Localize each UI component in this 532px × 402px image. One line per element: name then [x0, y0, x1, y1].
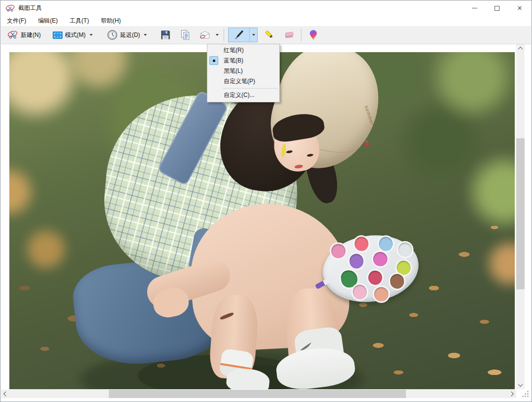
chevron-up-icon: [518, 47, 523, 52]
mode-label: 模式(M): [65, 31, 86, 39]
paint-pot: [331, 243, 346, 259]
title-bar: 截图工具 ✕: [1, 1, 531, 15]
mode-selection-icon: [53, 31, 63, 39]
highlighter-button[interactable]: [261, 27, 278, 43]
chevron-down-icon: [518, 382, 523, 387]
paint-pot: [378, 236, 394, 252]
delay-label: 延迟(D): [120, 31, 140, 39]
new-snip-label: 新建(N): [21, 31, 41, 39]
minimize-button[interactable]: [463, 1, 486, 15]
new-snip-scissors-icon: [7, 30, 18, 40]
scroll-left-button[interactable]: [1, 390, 9, 398]
pen-dropdown-arrow-icon: [252, 34, 255, 36]
selected-radio-icon: [209, 56, 218, 65]
save-button[interactable]: [157, 27, 174, 43]
close-button[interactable]: ✕: [508, 1, 531, 15]
menu-item-label: 黑笔(L): [224, 67, 243, 75]
menu-item-blue-pen[interactable]: 蓝笔(B): [207, 56, 279, 66]
menu-bar: 文件(F) 编辑(E) 工具(T) 帮助(H): [1, 15, 531, 26]
mode-button[interactable]: 模式(M): [49, 29, 98, 42]
chevron-left-icon: [3, 392, 8, 397]
paint-pot: [367, 270, 383, 286]
menu-separator: [223, 88, 278, 89]
save-floppy-icon: [160, 30, 171, 40]
pen-icon: [233, 30, 244, 40]
menu-item-custom-pen[interactable]: 自定义笔(P): [207, 76, 279, 87]
delay-button[interactable]: 延迟(D): [103, 27, 152, 43]
horizontal-scrollbar[interactable]: [1, 390, 516, 398]
email-button[interactable]: [196, 27, 214, 43]
paint-pot: [372, 251, 388, 268]
email-envelope-icon: [200, 30, 210, 40]
delay-dropdown-arrow-icon: [144, 34, 147, 36]
menu-item-black-pen[interactable]: 黑笔(L): [207, 66, 279, 76]
vertical-scrollbar[interactable]: [516, 44, 525, 389]
mode-dropdown-arrow-icon: [90, 34, 93, 36]
scroll-down-button[interactable]: [516, 381, 525, 389]
menu-help[interactable]: 帮助(H): [95, 15, 127, 27]
minimize-icon: [472, 8, 477, 8]
pen-button[interactable]: [229, 28, 249, 42]
close-icon: ✕: [517, 5, 523, 11]
pen-color-menu: 红笔(R) 蓝笔(B) 黑笔(L) 自定义笔(P) 自定义(C)...: [207, 44, 280, 102]
snipping-tool-window: 截图工具 ✕ 文件(F) 编辑(E) 工具(T) 帮助(H) 新建(N) 模式(…: [0, 0, 532, 402]
scroll-right-button[interactable]: [508, 390, 516, 398]
snip-sketch-promo-button[interactable]: [304, 27, 322, 43]
menu-tools[interactable]: 工具(T): [64, 15, 95, 27]
vertical-scrollbar-thumb[interactable]: [516, 138, 525, 289]
snip-sketch-balloon-icon: [308, 30, 319, 40]
maximize-button[interactable]: [486, 1, 508, 15]
toolbar: 新建(N) 模式(M) 延迟(D): [1, 26, 531, 44]
toolbar-separator: [224, 29, 224, 41]
menu-item-label: 自定义(C)...: [224, 91, 255, 99]
menu-item-label: 自定义笔(P): [224, 77, 255, 86]
eraser-icon: [284, 30, 295, 40]
hat-strawberry-embroidery: [365, 142, 369, 146]
maximize-icon: [495, 6, 499, 11]
horizontal-scrollbar-thumb[interactable]: [109, 390, 406, 398]
paint-pot: [352, 284, 367, 300]
highlighter-icon: [264, 30, 275, 40]
menu-item-customize[interactable]: 自定义(C)...: [207, 90, 279, 100]
menu-edit[interactable]: 编辑(E): [32, 15, 64, 27]
window-title: 截图工具: [18, 4, 42, 12]
chevron-right-icon: [509, 392, 514, 397]
menu-item-label: 红笔(R): [224, 46, 244, 55]
snip-image[interactable]: summer: [9, 52, 515, 389]
paint-pot: [354, 236, 369, 252]
pen-button-group: [228, 28, 258, 42]
paint-pot: [389, 274, 405, 290]
toolbar-separator: [301, 29, 301, 41]
copy-icon: [180, 30, 191, 40]
resize-grip[interactable]: [522, 391, 529, 398]
scroll-up-button[interactable]: [516, 44, 525, 53]
menu-item-red-pen[interactable]: 红笔(R): [207, 45, 279, 56]
new-snip-button[interactable]: 新建(N): [4, 27, 44, 43]
pen-dropdown-arrow[interactable]: [249, 28, 257, 42]
snipping-tool-app-icon: [5, 4, 15, 13]
email-dropdown-arrow-icon[interactable]: [216, 34, 219, 36]
menu-item-label: 蓝笔(B): [224, 57, 243, 65]
menu-file[interactable]: 文件(F): [1, 15, 32, 27]
eraser-button[interactable]: [280, 27, 298, 43]
delay-clock-icon: [107, 30, 118, 40]
paint-pot: [348, 253, 364, 270]
copy-button[interactable]: [176, 27, 194, 43]
